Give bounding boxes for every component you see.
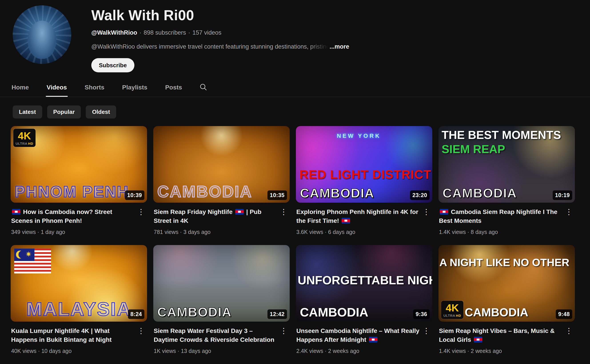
video-card: NEW YORKRED LIGHT DISTRICTCAMBODIA23:20E… — [296, 126, 432, 235]
video-thumbnail[interactable]: CAMBODIA10:35 — [153, 126, 290, 203]
video-title[interactable]: Siem Reap Water Festival Day 3 – Daytime… — [154, 326, 277, 344]
video-duration-badge: 10:39 — [125, 190, 144, 200]
video-duration-badge: 10:19 — [553, 190, 572, 200]
video-duration-badge: 9:36 — [413, 309, 430, 319]
video-card: THE BEST MOMENTSSIEM REAPCAMBODIA10:19 C… — [438, 126, 575, 235]
video-card: CAMBODIA10:35Siem Reap Friday Nightlife … — [153, 126, 290, 235]
channel-handle: @WalkWithRioo — [91, 29, 137, 36]
thumbnail-overlay-text: CAMBODIA — [157, 183, 252, 200]
video-title[interactable]: How is Cambodia now? Street Scenes in Ph… — [11, 208, 135, 225]
video-title[interactable]: Kuala Lumpur Nightlife 4K | What Happens… — [11, 326, 135, 344]
video-thumbnail[interactable]: A NIGHT LIKE NO OTHERCAMBODIA4KULTRAHD9:… — [438, 245, 575, 322]
video-duration-badge: 9:48 — [556, 309, 572, 319]
video-menu-button[interactable]: ⋮ — [564, 326, 574, 335]
video-card: PHNOM PENH4KULTRAHD10:39 How is Cambodia… — [11, 126, 147, 235]
video-menu-button[interactable]: ⋮ — [421, 208, 431, 216]
video-thumbnail[interactable]: MALAYSIA✷8:24 — [11, 245, 147, 322]
video-menu-button[interactable]: ⋮ — [421, 326, 431, 335]
channel-description[interactable]: @WalkWithRioo delivers immersive travel … — [91, 43, 349, 50]
description-fade-text: pristine — [310, 43, 329, 50]
malaysia-flag-icon: ✷ — [14, 249, 51, 273]
video-title[interactable]: Siem Reap Friday Nightlife | Pub Street … — [154, 208, 277, 225]
chip-popular[interactable]: Popular — [47, 105, 81, 118]
cambodia-flag-icon — [440, 209, 448, 215]
video-title[interactable]: Unseen Cambodia Nightlife – What Really … — [296, 326, 420, 344]
video-meta: 40K views · 10 days ago — [11, 348, 146, 354]
video-title[interactable]: Exploring Phnom Penh Nightlife in 4K for… — [296, 208, 420, 225]
separator: · — [188, 29, 190, 36]
tab-home[interactable]: Home — [11, 78, 30, 97]
video-meta: 1.4K views · 2 weeks ago — [439, 348, 574, 354]
thumbnail-overlay-text: NEW YORK — [337, 133, 381, 139]
4k-ultra-hd-badge: 4KULTRAHD — [441, 301, 463, 319]
video-duration-badge: 10:35 — [267, 190, 287, 200]
thumbnail-overlay-text: UNFORGETTABLE NIGHT — [298, 274, 432, 286]
video-duration-badge: 12:42 — [267, 309, 287, 319]
cambodia-flag-icon — [235, 209, 244, 215]
video-menu-button[interactable]: ⋮ — [278, 326, 289, 335]
video-meta: 781 views · 3 days ago — [154, 229, 289, 235]
subscriber-count: 898 subscribers — [144, 29, 186, 36]
channel-info: Walk With Ri00 @WalkWithRioo·898 subscri… — [91, 5, 349, 72]
cambodia-flag-icon — [12, 209, 20, 215]
channel-meta: @WalkWithRioo·898 subscribers·157 videos — [91, 29, 349, 36]
cambodia-flag-icon — [342, 218, 350, 223]
video-thumbnail[interactable]: NEW YORKRED LIGHT DISTRICTCAMBODIA23:20 — [296, 126, 432, 203]
cambodia-flag-icon — [474, 337, 482, 343]
thumbnail-overlay-text: PHNOM PENH — [15, 184, 129, 200]
video-card: MALAYSIA✷8:24Kuala Lumpur Nightlife 4K |… — [11, 245, 147, 354]
video-grid: PHNOM PENH4KULTRAHD10:39 How is Cambodia… — [0, 120, 590, 354]
filter-chips: Latest Popular Oldest — [0, 97, 590, 120]
thumbnail-overlay-text: CAMBODIA — [300, 306, 368, 318]
thumbnail-overlay-text: CAMBODIA — [157, 306, 232, 318]
thumbnail-overlay-text: CAMBODIA — [443, 187, 517, 200]
4k-ultra-hd-badge: 4KULTRAHD — [13, 129, 36, 147]
cambodia-flag-icon — [369, 337, 378, 343]
description-text: @WalkWithRioo delivers immersive travel … — [91, 43, 310, 50]
channel-avatar[interactable] — [13, 5, 71, 64]
thumbnail-overlay-text: RED LIGHT DISTRICT — [299, 168, 431, 181]
tab-bar: Home Videos Shorts Playlists Posts — [0, 78, 590, 97]
video-count: 157 videos — [192, 29, 221, 36]
chip-oldest[interactable]: Oldest — [86, 105, 116, 118]
tab-posts[interactable]: Posts — [164, 78, 183, 97]
video-meta: 1.4K views · 8 days ago — [439, 229, 574, 235]
tab-playlists[interactable]: Playlists — [121, 78, 148, 97]
thumbnail-overlay-text: THE BEST MOMENTS — [442, 129, 561, 141]
subscribe-button[interactable]: Subscribe — [91, 58, 134, 72]
video-menu-button[interactable]: ⋮ — [278, 208, 289, 216]
video-menu-button[interactable]: ⋮ — [136, 208, 146, 216]
chip-latest[interactable]: Latest — [13, 105, 42, 118]
thumbnail-overlay-text: MALAYSIA — [26, 299, 131, 318]
video-thumbnail[interactable]: CAMBODIA12:42 — [153, 245, 290, 322]
thumbnail-overlay-text: CAMBODIA — [465, 306, 528, 318]
video-meta: 1K views · 13 days ago — [154, 348, 289, 354]
video-title[interactable]: Cambodia Siem Reap Nightlife I The Best … — [439, 208, 563, 225]
tab-videos[interactable]: Videos — [46, 78, 68, 97]
video-title[interactable]: Siem Reap Night Vibes – Bars, Music & Lo… — [439, 326, 563, 344]
video-menu-button[interactable]: ⋮ — [136, 326, 146, 335]
thumbnail-overlay-text: CAMBODIA — [300, 187, 374, 200]
video-card: UNFORGETTABLE NIGHTCAMBODIA9:36Unseen Ca… — [296, 245, 432, 354]
video-meta: 2.4K views · 2 weeks ago — [296, 348, 431, 354]
search-icon[interactable] — [199, 83, 207, 92]
more-link[interactable]: ...more — [329, 43, 349, 50]
video-card: CAMBODIA12:42Siem Reap Water Festival Da… — [153, 245, 290, 354]
video-menu-button[interactable]: ⋮ — [564, 208, 574, 216]
video-thumbnail[interactable]: PHNOM PENH4KULTRAHD10:39 — [11, 126, 147, 203]
video-thumbnail[interactable]: UNFORGETTABLE NIGHTCAMBODIA9:36 — [296, 245, 432, 322]
video-duration-badge: 8:24 — [128, 309, 144, 319]
separator: · — [139, 29, 141, 36]
video-duration-badge: 23:20 — [410, 190, 430, 200]
thumbnail-overlay-text: A NIGHT LIKE NO OTHER — [439, 257, 569, 268]
video-card: A NIGHT LIKE NO OTHERCAMBODIA4KULTRAHD9:… — [438, 245, 575, 354]
channel-header: Walk With Ri00 @WalkWithRioo·898 subscri… — [0, 0, 590, 72]
channel-name: Walk With Ri00 — [91, 7, 349, 24]
video-thumbnail[interactable]: THE BEST MOMENTSSIEM REAPCAMBODIA10:19 — [438, 126, 575, 203]
thumbnail-overlay-text: SIEM REAP — [442, 143, 505, 155]
tab-shorts[interactable]: Shorts — [84, 78, 105, 97]
video-meta: 349 views · 1 day ago — [11, 229, 146, 235]
video-meta: 3.6K views · 6 days ago — [296, 229, 431, 235]
